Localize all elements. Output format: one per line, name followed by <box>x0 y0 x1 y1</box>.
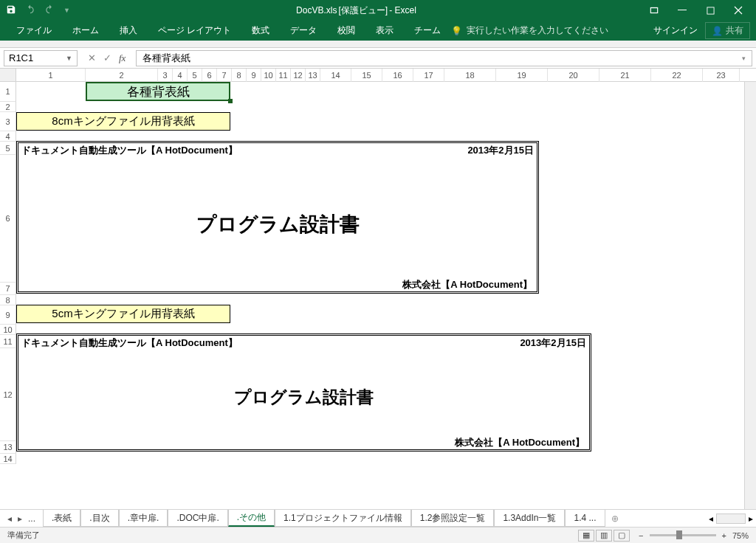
sheet-tab[interactable]: .その他 <box>228 510 275 527</box>
sheet-tab[interactable]: .DOC中扉. <box>168 510 227 527</box>
sheet-tab[interactable]: .目次 <box>80 510 118 527</box>
col-header[interactable]: 8 <box>232 69 247 82</box>
vertical-scrollbar[interactable] <box>744 82 756 509</box>
save-icon[interactable] <box>6 4 16 17</box>
status-ready: 準備完了 <box>7 530 40 541</box>
scroll-right-icon[interactable]: ▸ <box>749 513 753 524</box>
col-header[interactable]: 16 <box>382 69 413 82</box>
col-header[interactable]: 17 <box>413 69 444 82</box>
cells-canvas[interactable]: 各種背表紙 8cmキングファイル用背表紙 ドキュメント自動生成ツール【A Hot… <box>16 82 744 509</box>
tab-layout[interactable]: ページ レイアウト <box>148 21 241 41</box>
row-header[interactable]: 3 <box>0 112 16 131</box>
col-header[interactable]: 14 <box>320 69 351 82</box>
tab-review[interactable]: 校閲 <box>327 21 365 41</box>
selection-handle[interactable] <box>228 99 233 103</box>
col-header[interactable]: 21 <box>599 69 651 82</box>
col-header[interactable]: 6 <box>202 69 217 82</box>
enter-icon[interactable]: ✓ <box>103 52 111 63</box>
col-header[interactable]: 11 <box>276 69 291 82</box>
row-header[interactable]: 5 <box>0 142 16 155</box>
row-header[interactable]: 1 <box>0 82 16 102</box>
ribbon-display-icon[interactable] <box>642 2 666 18</box>
tab-insert[interactable]: 挿入 <box>109 21 148 41</box>
col-header[interactable]: 3 <box>158 69 173 82</box>
sheet-tab[interactable]: 1.1プロジェクトファイル情報 <box>275 510 411 527</box>
sheet-tab-list: .表紙 .目次 .章中扉. .DOC中扉. .その他 1.1プロジェクトファイル… <box>43 510 625 527</box>
row-header[interactable]: 7 <box>0 283 16 295</box>
row-header[interactable]: 8 <box>0 295 16 305</box>
zoom-slider[interactable] <box>650 534 716 536</box>
zoom-in-icon[interactable]: + <box>722 531 726 540</box>
row-header[interactable]: 12 <box>0 348 16 441</box>
col-header[interactable]: 7 <box>217 69 232 82</box>
col-header[interactable]: 10 <box>261 69 276 82</box>
sheet-tab[interactable]: 1.2参照設定一覧 <box>411 510 495 527</box>
zoom-control: − + 75% <box>639 531 749 540</box>
chevron-down-icon[interactable]: ▼ <box>66 55 72 62</box>
sheet-tab[interactable]: .表紙 <box>43 510 80 527</box>
col-header[interactable]: 1 <box>16 69 86 82</box>
tab-nav-first-icon[interactable]: ◂ <box>7 513 12 524</box>
tab-home[interactable]: ホーム <box>62 21 109 41</box>
col-header[interactable]: 4 <box>173 69 188 82</box>
row-header[interactable]: 2 <box>0 102 16 112</box>
tab-nav-ellipsis[interactable]: ... <box>28 513 35 524</box>
doc-box-8cm[interactable]: ドキュメント自動生成ツール【A HotDocument】 2013年2月15日 … <box>16 141 539 294</box>
horizontal-scrollbar[interactable]: ◂ ▸ <box>625 513 756 524</box>
minimize-icon[interactable] <box>670 2 694 18</box>
tell-me[interactable]: 💡 実行したい作業を入力してください <box>451 24 608 37</box>
col-header[interactable]: 15 <box>351 69 382 82</box>
qat-dropdown-icon[interactable]: ▼ <box>63 7 70 14</box>
sheet-tab[interactable]: 1.3AddIn一覧 <box>494 510 565 527</box>
zoom-out-icon[interactable]: − <box>639 531 643 540</box>
sheet-tab[interactable]: .章中扉. <box>119 510 168 527</box>
col-header[interactable]: 12 <box>291 69 306 82</box>
row-header[interactable]: 10 <box>0 325 16 335</box>
maximize-icon[interactable] <box>698 2 722 18</box>
tab-data[interactable]: データ <box>280 21 327 41</box>
col-header[interactable]: 5 <box>188 69 202 82</box>
formula-input[interactable]: 各種背表紙 ▾ <box>136 50 752 66</box>
cell-sub8[interactable]: 8cmキングファイル用背表紙 <box>16 112 230 131</box>
cell-title[interactable]: 各種背表紙 <box>86 82 230 101</box>
status-bar: 準備完了 ▦ ▥ ▢ − + 75% <box>0 527 756 543</box>
zoom-level[interactable]: 75% <box>732 531 749 540</box>
page-layout-view-icon[interactable]: ▥ <box>596 530 612 542</box>
tab-team[interactable]: チーム <box>404 21 451 41</box>
add-sheet-icon[interactable]: ⊕ <box>605 510 625 527</box>
expand-icon[interactable]: ▾ <box>742 55 746 62</box>
undo-icon[interactable] <box>25 4 35 17</box>
row-header[interactable]: 11 <box>0 335 16 348</box>
row-header[interactable]: 14 <box>0 454 16 464</box>
normal-view-icon[interactable]: ▦ <box>578 530 594 542</box>
col-header[interactable]: 22 <box>651 69 703 82</box>
row-header[interactable]: 6 <box>0 155 16 283</box>
name-box[interactable]: R1C1▼ <box>4 50 78 66</box>
cell-sub5[interactable]: 5cmキングファイル用背表紙 <box>16 305 230 323</box>
tab-formula[interactable]: 数式 <box>241 21 280 41</box>
col-header[interactable]: 23 <box>703 69 740 82</box>
tab-view[interactable]: 表示 <box>365 21 404 41</box>
redo-icon[interactable] <box>44 4 55 17</box>
tab-nav-prev-icon[interactable]: ▸ <box>18 513 22 524</box>
row-header[interactable]: 9 <box>0 305 16 325</box>
page-break-view-icon[interactable]: ▢ <box>614 530 630 542</box>
col-header[interactable]: 9 <box>247 69 261 82</box>
fx-icon[interactable]: fx <box>119 52 126 64</box>
row-header[interactable]: 4 <box>0 131 16 142</box>
col-header[interactable]: 19 <box>496 69 548 82</box>
col-header[interactable]: 20 <box>548 69 599 82</box>
col-header[interactable]: 18 <box>444 69 496 82</box>
doc-box-5cm[interactable]: ドキュメント自動生成ツール【A HotDocument】 2013年2月15日 … <box>16 333 591 452</box>
signin-link[interactable]: サインイン <box>653 24 698 37</box>
col-header[interactable]: 2 <box>86 69 158 82</box>
tab-file[interactable]: ファイル <box>6 21 62 41</box>
row-header[interactable]: 13 <box>0 441 16 454</box>
scroll-left-icon[interactable]: ◂ <box>709 513 713 524</box>
cancel-icon[interactable]: ✕ <box>88 52 96 63</box>
share-button[interactable]: 👤 共有 <box>705 22 750 39</box>
col-header[interactable]: 13 <box>306 69 320 82</box>
close-icon[interactable] <box>726 2 750 18</box>
sheet-tab[interactable]: 1.4 ... <box>565 510 605 527</box>
select-all-corner[interactable] <box>0 69 16 81</box>
